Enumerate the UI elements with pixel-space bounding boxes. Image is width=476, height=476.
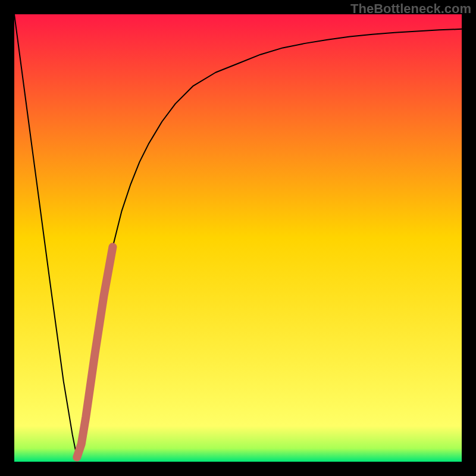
plot-area: [14, 14, 462, 462]
chart-svg: [14, 14, 462, 462]
chart-container: TheBottleneck.com: [0, 0, 476, 476]
gradient-background: [14, 14, 462, 462]
watermark-text: TheBottleneck.com: [350, 1, 471, 17]
